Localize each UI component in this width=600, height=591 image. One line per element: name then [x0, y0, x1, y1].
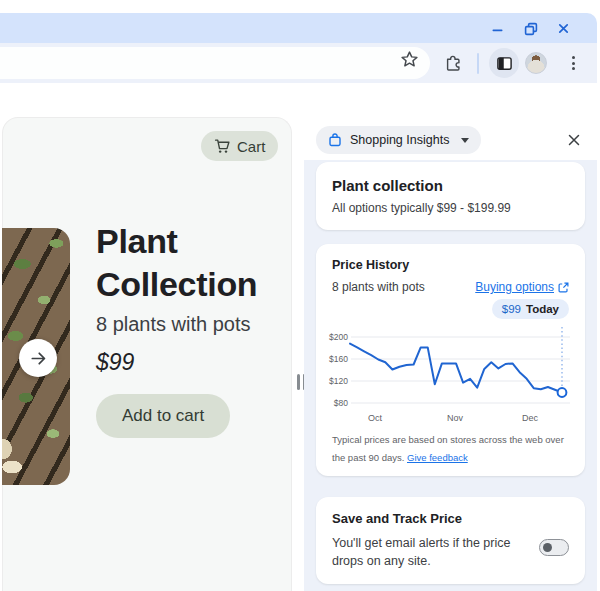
svg-text:$120: $120: [329, 376, 348, 386]
buying-options-label: Buying options: [475, 280, 554, 294]
toggle-knob: [543, 543, 552, 552]
chart-gridlines: [351, 337, 570, 403]
today-label: Today: [526, 303, 559, 315]
browser-toolbar: [0, 43, 597, 83]
external-link-icon: [558, 282, 569, 293]
save-track-card: Save and Track Price You'll get email al…: [316, 497, 585, 584]
chevron-down-icon: [461, 138, 469, 143]
svg-text:$200: $200: [329, 332, 348, 342]
restore-icon: [524, 22, 538, 36]
close-icon: [567, 133, 581, 147]
extensions-puzzle-icon: [444, 52, 463, 71]
svg-text:Dec: Dec: [522, 413, 539, 423]
toolbar-divider: [477, 53, 479, 74]
summary-card: Plant collection All options typically $…: [316, 162, 585, 230]
minimize-button[interactable]: [489, 20, 506, 37]
buying-options-link[interactable]: Buying options: [475, 280, 569, 294]
today-price-badge: $99 Today: [492, 299, 569, 319]
minimize-icon: [491, 22, 504, 35]
cart-icon: [214, 138, 231, 155]
add-to-cart-label: Add to cart: [122, 406, 204, 426]
y-axis-labels: $200 $160 $120 $80: [329, 332, 348, 408]
next-image-button[interactable]: [19, 339, 57, 377]
svg-text:$160: $160: [329, 354, 348, 364]
panel-content: Plant collection All options typically $…: [304, 160, 597, 591]
browser-menu-button[interactable]: [564, 52, 582, 74]
price-history-product: 8 plants with pots: [332, 280, 425, 294]
product-subtitle: 8 plants with pots: [96, 313, 251, 336]
close-icon: [557, 22, 570, 35]
web-page: Cart Plant Collection 8 plants with pots…: [2, 117, 292, 591]
svg-text:Nov: Nov: [447, 413, 464, 423]
panel-title: Shopping Insights: [350, 133, 449, 147]
give-feedback-link[interactable]: Give feedback: [407, 452, 468, 463]
price-history-title: Price History: [332, 258, 569, 272]
browser-titlebar: [0, 13, 597, 43]
bookmark-button[interactable]: [400, 50, 419, 69]
restore-button[interactable]: [522, 20, 539, 37]
side-panel-icon: [496, 55, 513, 72]
summary-price-range: All options typically $99 - $199.99: [332, 201, 569, 215]
cart-button[interactable]: Cart: [201, 131, 278, 161]
product-price: $99: [96, 349, 134, 376]
extensions-button[interactable]: [444, 52, 463, 71]
price-history-chart: $200 $160 $120 $80 Oct Nov Dec: [324, 321, 569, 427]
shopping-insights-panel: Shopping Insights Plant collection All o…: [304, 84, 597, 591]
summary-title: Plant collection: [332, 177, 569, 194]
shopping-bag-icon: [328, 133, 342, 147]
panel-close-button[interactable]: [565, 131, 583, 149]
side-panel-button[interactable]: [489, 48, 519, 78]
address-bar[interactable]: [0, 47, 430, 79]
price-alert-toggle[interactable]: [539, 539, 569, 556]
bookmark-star-icon: [400, 50, 419, 69]
price-history-card: Price History 8 plants with pots Buying …: [316, 244, 585, 476]
save-track-title: Save and Track Price: [332, 511, 569, 526]
save-track-body: You'll get email alerts if the price dro…: [332, 535, 530, 570]
today-price-marker[interactable]: [558, 388, 567, 397]
profile-avatar[interactable]: [525, 52, 547, 74]
arrow-right-icon: [29, 349, 48, 368]
add-to-cart-button[interactable]: Add to cart: [96, 394, 230, 438]
panel-header: Shopping Insights: [304, 84, 597, 160]
chart-disclaimer: Typical prices are based on stores acros…: [332, 431, 574, 466]
product-title: Plant Collection: [96, 220, 291, 306]
price-line-series: [350, 344, 562, 393]
cart-button-label: Cart: [237, 138, 265, 155]
today-price: $99: [502, 303, 521, 315]
svg-text:Oct: Oct: [368, 413, 383, 423]
panel-title-dropdown[interactable]: Shopping Insights: [316, 126, 481, 154]
x-axis-labels: Oct Nov Dec: [368, 413, 539, 423]
svg-text:$80: $80: [334, 398, 348, 408]
close-window-button[interactable]: [555, 20, 572, 37]
